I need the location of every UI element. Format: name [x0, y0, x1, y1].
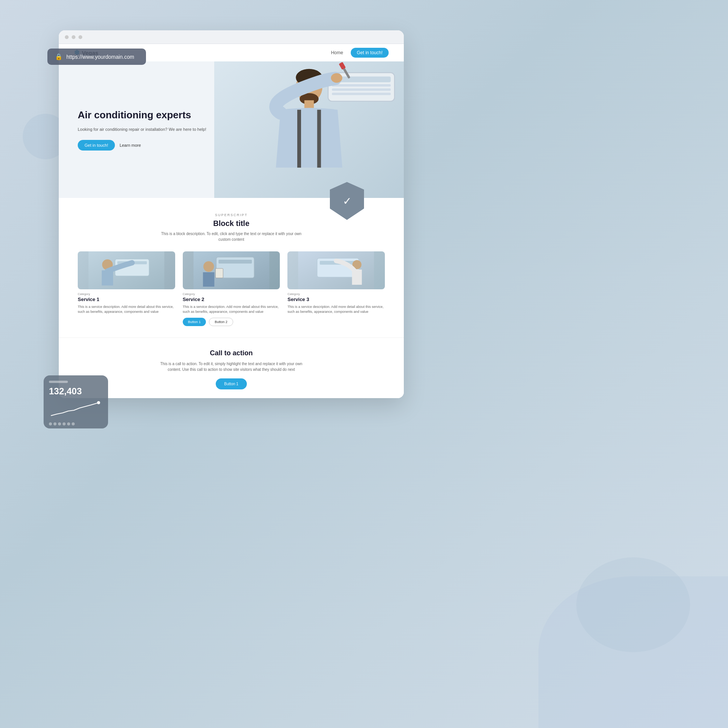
hero-buttons: Get in touch! Learn more [78, 140, 206, 151]
services-grid: Category Service 1 This is a service des… [78, 251, 385, 326]
cta-button[interactable]: Button 1 [216, 378, 246, 389]
svg-rect-25 [203, 272, 214, 287]
shield-shape: ✓ [330, 182, 364, 220]
service-2-button-1[interactable]: Button 1 [183, 318, 206, 326]
service-1-text: This is a service description. Add more … [78, 304, 175, 314]
website-content: ❄ Vegas Home Get in touch! Air condition… [59, 44, 404, 398]
stats-dots [49, 422, 103, 425]
service-card-2: Category Service 2 This is a service des… [183, 251, 280, 326]
hero-section: Air conditioning experts Looking for air… [59, 61, 404, 198]
hero-learn-more-button[interactable]: Learn more [119, 143, 141, 147]
stats-chart [49, 400, 103, 419]
bg-decoration-2 [576, 557, 690, 652]
svg-rect-13 [297, 110, 301, 168]
svg-rect-6 [332, 93, 391, 95]
cta-description: This is a call to action. To edit it, si… [155, 361, 307, 372]
browser-topbar [59, 30, 404, 44]
svg-rect-23 [218, 260, 252, 264]
service-3-name: Service 3 [287, 297, 385, 302]
svg-point-24 [203, 261, 214, 272]
nav-links: Home Get in touch! [331, 48, 389, 58]
service-2-category: Category [183, 292, 280, 296]
stats-bar-decoration [49, 381, 68, 383]
service-image-3 [287, 251, 385, 289]
svg-rect-5 [332, 88, 391, 91]
service-2-text: This is a service description. Add more … [183, 304, 280, 314]
shield-badge: ✓ [330, 182, 364, 220]
lock-icon: 🔒 [55, 53, 63, 60]
cta-section: Call to action This is a call to action.… [59, 337, 404, 398]
svg-rect-26 [215, 268, 223, 278]
services-description: This is a block description. To edit, cl… [155, 231, 307, 242]
browser-dot-green [78, 35, 82, 39]
url-text: https://www.yourdomain.com [66, 54, 134, 60]
service-3-text: This is a service description. Add more … [287, 304, 385, 314]
stats-card: 132,403 [44, 375, 108, 428]
service-image-1 [78, 251, 175, 289]
hero-image [214, 61, 404, 198]
service-card-3: Category Service 3 This is a service des… [287, 251, 385, 326]
nav-link-home[interactable]: Home [331, 50, 343, 55]
service-image-2 [183, 251, 280, 289]
service-3-category: Category [287, 292, 385, 296]
services-title: Block title [78, 219, 385, 228]
service-2-name: Service 2 [183, 297, 280, 302]
service-1-category: Category [78, 292, 175, 296]
svg-rect-14 [317, 110, 321, 168]
svg-point-15 [331, 73, 342, 83]
url-bar[interactable]: 🔒 https://www.yourdomain.com [47, 49, 146, 65]
shield-check-icon: ✓ [343, 195, 351, 207]
service-2-button-2[interactable]: Button 2 [209, 318, 233, 326]
svg-rect-4 [332, 84, 391, 86]
cta-title: Call to action [78, 349, 385, 357]
browser-dot-yellow [72, 35, 75, 39]
hero-content: Air conditioning experts Looking for air… [59, 109, 225, 151]
hero-subtitle: Looking for air conditioning repair or i… [78, 126, 206, 133]
hero-title: Air conditioning experts [78, 109, 206, 122]
service-1-name: Service 1 [78, 297, 175, 302]
hero-image-area [214, 61, 404, 198]
browser-dot-red [65, 35, 69, 39]
service-card-1: Category Service 1 This is a service des… [78, 251, 175, 326]
nav-get-in-touch-button[interactable]: Get in touch! [351, 48, 389, 58]
svg-point-0 [97, 401, 100, 404]
service-2-buttons: Button 1 Button 2 [183, 318, 280, 326]
stats-number: 132,403 [49, 386, 103, 397]
hero-get-in-touch-button[interactable]: Get in touch! [78, 140, 115, 151]
